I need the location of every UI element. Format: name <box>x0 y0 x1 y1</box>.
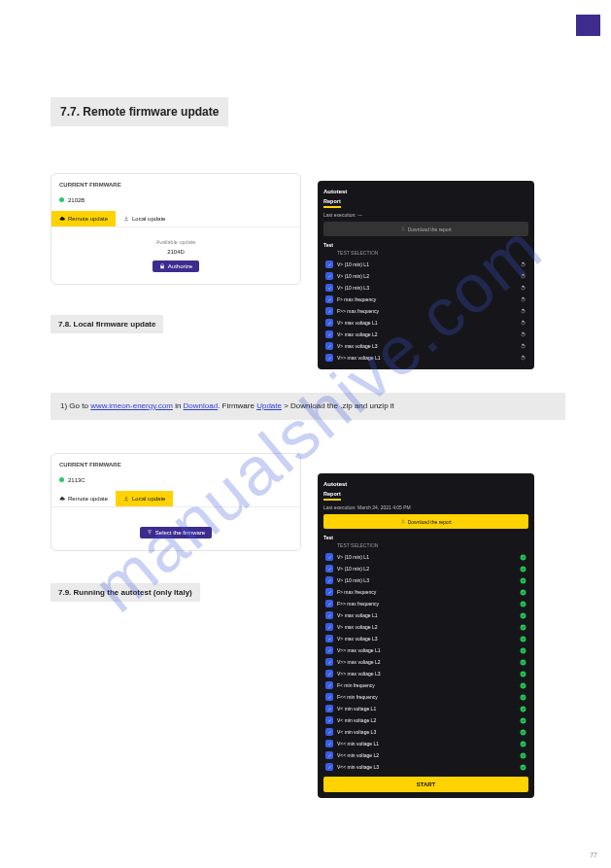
status-ok-icon <box>520 764 526 771</box>
select-firmware-button[interactable]: Select the firmware <box>140 527 212 538</box>
checkbox[interactable] <box>325 681 333 689</box>
test-heading: Test <box>323 236 528 250</box>
test-row: V> max voltage L1 <box>323 317 528 329</box>
checkbox[interactable] <box>325 354 333 362</box>
checkbox[interactable] <box>325 728 333 736</box>
checkbox[interactable] <box>325 635 333 642</box>
check-icon <box>327 309 332 314</box>
check-icon <box>327 602 332 607</box>
checkbox[interactable] <box>325 600 333 608</box>
download-report-button[interactable]: Download the report <box>323 222 528 236</box>
checkbox[interactable] <box>325 307 333 315</box>
start-button[interactable]: START <box>323 777 528 792</box>
report-tab[interactable]: Report <box>323 196 341 208</box>
test-label: V> max voltage L1 <box>337 612 520 618</box>
autotest-panel-2: Autotest Report Last execution: March 24… <box>318 473 534 798</box>
retry-icon[interactable] <box>520 273 526 280</box>
panel-title: CURRENT FIRMWARE <box>51 182 300 193</box>
status-ok-icon <box>520 566 526 573</box>
checkbox[interactable] <box>325 705 333 712</box>
checkbox[interactable] <box>325 611 333 619</box>
checkbox[interactable] <box>325 588 333 596</box>
test-label: V< min voltage L3 <box>337 729 520 735</box>
checkbox[interactable] <box>325 658 333 666</box>
check-icon <box>327 274 332 279</box>
status-ok-icon <box>520 601 526 608</box>
panel-title: CURRENT FIRMWARE <box>51 462 300 473</box>
checkbox[interactable] <box>325 740 333 747</box>
tab-remote-update[interactable]: Remote update <box>51 491 116 506</box>
check-icon <box>327 344 332 349</box>
test-row: V>> max voltage L3 <box>323 668 528 679</box>
status-ok-icon <box>520 554 526 561</box>
link-update[interactable]: Update <box>256 401 282 410</box>
test-label: V> max voltage L3 <box>337 636 520 642</box>
checkbox[interactable] <box>325 342 333 350</box>
test-label: V< min voltage L1 <box>337 706 520 712</box>
check-icon <box>327 718 332 723</box>
checkbox[interactable] <box>325 565 333 573</box>
retry-icon[interactable] <box>520 296 526 303</box>
check-icon <box>327 578 332 583</box>
test-label: V> (10 min) L1 <box>337 554 520 560</box>
retry-icon[interactable] <box>520 285 526 292</box>
check-icon <box>327 742 332 746</box>
heading-autotest: 7.9. Running the autotest (only Italy) <box>51 583 200 602</box>
checkbox[interactable] <box>325 330 333 338</box>
checkbox[interactable] <box>325 623 333 631</box>
test-label: F> max frequency <box>337 296 520 302</box>
retry-icon[interactable] <box>520 343 526 350</box>
download-icon <box>123 216 129 222</box>
tab-remote-update[interactable]: Remote update <box>51 211 116 226</box>
cloud-icon <box>59 496 65 502</box>
retry-icon[interactable] <box>520 355 526 362</box>
check-icon <box>327 695 332 700</box>
firmware-version: 2102B <box>51 193 300 211</box>
tab-local-update[interactable]: Local update <box>116 211 173 226</box>
test-row: V<< min voltage L2 <box>323 749 528 761</box>
procedure-step: 1) Go to www.imeon-energy.com in Downloa… <box>51 393 565 420</box>
test-row: F>> max frequency <box>323 598 528 609</box>
download-report-button[interactable]: Download the report <box>323 514 528 529</box>
checkbox[interactable] <box>325 319 333 327</box>
check-icon <box>327 660 332 665</box>
retry-icon[interactable] <box>520 331 526 338</box>
autotest-panel-1: Autotest Report Last execution: --- Down… <box>318 181 534 369</box>
test-row: V<< min voltage L1 <box>323 738 528 749</box>
test-row: V> (10 min) L2 <box>323 563 528 574</box>
checkbox[interactable] <box>325 751 333 759</box>
checkbox[interactable] <box>325 272 333 280</box>
status-ok-icon <box>520 647 526 654</box>
page-number: 77 <box>590 851 597 858</box>
link-download[interactable]: Download <box>184 401 219 410</box>
retry-icon[interactable] <box>520 261 526 268</box>
checkbox[interactable] <box>325 693 333 701</box>
checkbox[interactable] <box>325 763 333 771</box>
header-tag <box>576 15 600 36</box>
check-icon <box>327 625 332 630</box>
link-site[interactable]: www.imeon-energy.com <box>90 401 173 410</box>
status-ok-icon <box>520 624 526 631</box>
test-row: F> max frequency <box>323 294 528 305</box>
test-row: V< min voltage L3 <box>323 726 528 738</box>
retry-icon[interactable] <box>520 320 526 327</box>
authorize-button[interactable]: Authorize <box>153 260 199 272</box>
checkbox[interactable] <box>325 576 333 584</box>
tab-local-update[interactable]: Local update <box>116 491 173 506</box>
checkbox[interactable] <box>325 553 333 561</box>
checkbox[interactable] <box>325 670 333 677</box>
check-icon <box>327 262 332 267</box>
last-execution: Last execution: March 24, 2021 4:05 PM <box>323 501 528 514</box>
test-label: V> max voltage L3 <box>337 343 520 349</box>
firmware-panel-remote: CURRENT FIRMWARE 2102B Remote update Loc… <box>51 173 301 285</box>
test-row: V< min voltage L2 <box>323 714 528 726</box>
checkbox[interactable] <box>325 295 333 303</box>
retry-icon[interactable] <box>520 308 526 315</box>
checkbox[interactable] <box>325 646 333 654</box>
checkbox[interactable] <box>325 716 333 724</box>
checkbox[interactable] <box>325 260 333 268</box>
report-tab[interactable]: Report <box>323 489 341 501</box>
checkbox[interactable] <box>325 284 333 292</box>
status-ok-icon <box>520 659 526 666</box>
test-row: V> max voltage L2 <box>323 621 528 633</box>
